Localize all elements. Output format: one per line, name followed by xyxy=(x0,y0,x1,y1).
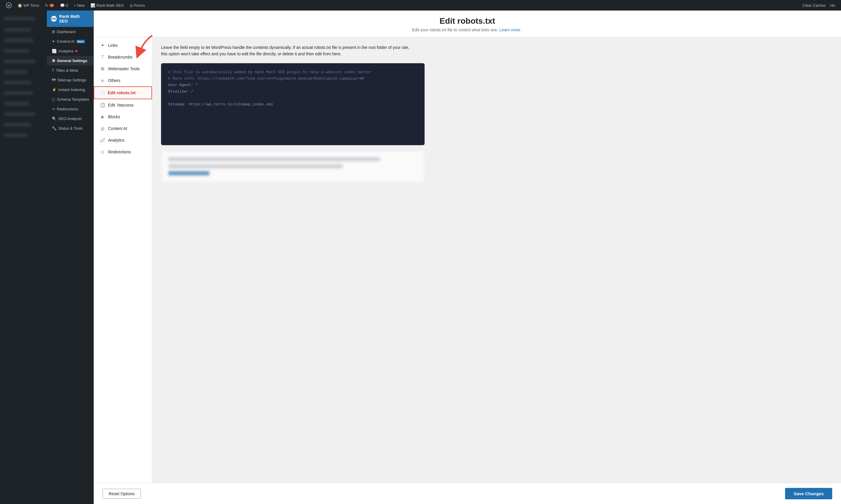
admin-bar: W 🏠 WP Torro ↻ 5 💬 0 + New 📊 Rank Math S… xyxy=(0,0,841,11)
others-icon: ≡ xyxy=(100,78,105,83)
content-ai-sec-icon: ◎ xyxy=(100,126,105,131)
sec-menu-edit-htaccess[interactable]: 📋 Edit .htaccess xyxy=(94,99,152,111)
content-body: ✦ Links ⊤ Breadcrumbs ⊞ Webmaster Tools … xyxy=(94,37,841,483)
status-tools-icon: 🔧 xyxy=(52,126,56,130)
seo-analyzer-icon: 🔍 xyxy=(52,116,56,121)
edit-htaccess-icon: 📋 xyxy=(100,103,105,108)
description-text: Leave the field empty to let WordPress h… xyxy=(161,44,413,57)
sidebar-item-content-ai[interactable]: ✦ Content AI New! xyxy=(47,37,93,46)
analytics-sec-icon: 📈 xyxy=(100,138,105,143)
instant-indexing-icon: ⚡ xyxy=(52,88,56,92)
code-line-4: Disallow: / xyxy=(168,88,418,95)
svg-text:W: W xyxy=(7,4,10,7)
content-ai-icon: ✦ xyxy=(52,39,55,43)
wp-logo-icon: W xyxy=(6,2,12,8)
forms-icon: ◎ xyxy=(130,3,133,7)
save-changes-button[interactable]: Save Changes xyxy=(785,488,832,499)
rank-math-admin-bar[interactable]: 📊 Rank Math SEO xyxy=(88,0,126,11)
sidebar-item-analytics[interactable]: 📈 Analytics xyxy=(47,46,93,56)
breadcrumbs-icon: ⊤ xyxy=(100,54,105,60)
webmaster-tools-icon: ⊞ xyxy=(100,66,105,71)
code-line-5 xyxy=(168,95,418,101)
updates-button[interactable]: ↻ 5 xyxy=(43,0,56,11)
wp-logo-button[interactable]: W xyxy=(3,0,14,11)
redirections-sec-icon: ◇ xyxy=(100,149,105,155)
edit-robots-icon: 📄 xyxy=(100,90,105,95)
reset-options-button[interactable]: Reset Options xyxy=(103,489,141,499)
sec-menu-content-ai[interactable]: ◎ Content AI xyxy=(94,123,152,134)
dashboard-icon: ⊞ xyxy=(52,30,55,34)
layout: RM Rank Math SEO ⊞ Dashboard ✦ Content A… xyxy=(0,11,841,504)
sec-menu-analytics[interactable]: 📈 Analytics xyxy=(94,134,152,146)
sec-menu-edit-robots[interactable]: 📄 Edit robots.txt xyxy=(94,86,152,99)
code-editor[interactable]: # This file is automatically added by Ra… xyxy=(161,63,425,145)
comments-button[interactable]: 💬 0 xyxy=(58,0,70,11)
home-icon: 🏠 xyxy=(18,3,22,7)
blurred-content-section xyxy=(161,151,425,182)
code-line-3: User-Agent: * xyxy=(168,82,418,88)
sec-menu-redirections[interactable]: ◇ Redirections xyxy=(94,146,152,158)
secondary-sidebar: ✦ Links ⊤ Breadcrumbs ⊞ Webmaster Tools … xyxy=(94,37,152,483)
updates-icon: ↻ xyxy=(45,3,48,7)
site-name[interactable]: 🏠 WP Torro xyxy=(15,0,41,11)
rank-math-sidebar-header[interactable]: RM Rank Math SEO xyxy=(47,11,93,27)
clear-caches-button[interactable]: Clear Caches xyxy=(800,3,828,7)
sidebar-item-titles-meta[interactable]: T Titles & Meta xyxy=(47,66,93,75)
redirections-icon: ↪ xyxy=(52,107,55,111)
page-header: Edit robots.txt Edit your robots.txt fil… xyxy=(94,11,841,37)
sitemap-icon: 🗺 xyxy=(52,78,56,82)
sidebar-item-general-settings[interactable]: ⚙ General Settings xyxy=(47,56,93,66)
new-button[interactable]: + New xyxy=(71,0,87,11)
rank-math-sidebar: RM Rank Math SEO ⊞ Dashboard ✦ Content A… xyxy=(47,11,94,504)
rank-math-logo-icon: RM xyxy=(51,16,57,22)
schema-templates-icon: ◻ xyxy=(52,97,55,102)
forms-button[interactable]: ◎ Forms xyxy=(127,0,147,11)
page-title: Edit robots.txt xyxy=(103,16,832,26)
page-description: Edit your robots.txt file to control wha… xyxy=(103,28,832,32)
general-settings-icon: ⚙ xyxy=(52,58,55,63)
sidebar-item-schema-templates[interactable]: ◻ Schema Templates xyxy=(47,94,93,104)
blocks-icon: ◈ xyxy=(100,114,105,120)
links-icon: ✦ xyxy=(100,43,105,48)
comments-icon: 💬 xyxy=(60,3,65,7)
sidebar-item-seo-analyzer[interactable]: 🔍 SEO Analyzer xyxy=(47,114,93,124)
howdy-button[interactable]: Ho xyxy=(828,3,838,7)
code-line-2: # More info: https://rankmath.com/?utm_s… xyxy=(168,75,418,82)
sidebar-item-status-tools[interactable]: 🔧 Status & Tools xyxy=(47,124,93,133)
sec-menu-webmaster-tools[interactable]: ⊞ Webmaster Tools xyxy=(94,63,152,75)
sec-menu-blocks[interactable]: ◈ Blocks xyxy=(94,111,152,123)
sec-menu-others[interactable]: ≡ Others xyxy=(94,75,152,86)
analytics-dot xyxy=(75,50,77,52)
learn-more-link[interactable]: Learn more xyxy=(499,28,520,32)
action-bar: Reset Options Save Changes xyxy=(94,483,841,504)
analytics-icon: 📈 xyxy=(52,49,56,53)
new-badge: New! xyxy=(76,40,85,43)
sec-menu-links[interactable]: ✦ Links xyxy=(94,39,152,51)
sidebar-item-redirections[interactable]: ↪ Redirections xyxy=(47,104,93,114)
main-content: Edit robots.txt Edit your robots.txt fil… xyxy=(94,11,841,504)
rank-math-icon: 📊 xyxy=(90,3,95,7)
sidebar-item-sitemap-settings[interactable]: 🗺 Sitemap Settings xyxy=(47,75,93,85)
sidebar-item-dashboard[interactable]: ⊞ Dashboard xyxy=(47,27,93,37)
sidebar-item-instant-indexing[interactable]: ⚡ Instant Indexing xyxy=(47,85,93,94)
titles-meta-icon: T xyxy=(52,68,54,73)
wp-sidebar xyxy=(0,11,47,504)
main-panel: Leave the field empty to let WordPress h… xyxy=(152,37,841,483)
code-line-1: # This file is automatically added by Ra… xyxy=(168,69,418,75)
sec-menu-breadcrumbs[interactable]: ⊤ Breadcrumbs xyxy=(94,51,152,63)
code-line-6: Sitemap: https://wp.torro.io/sitemap_ind… xyxy=(168,101,418,108)
